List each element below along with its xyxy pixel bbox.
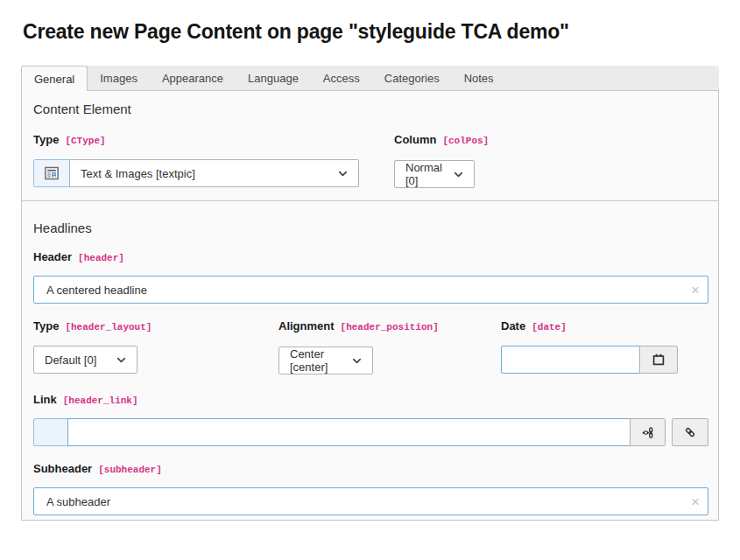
textpic-icon	[33, 159, 70, 187]
clear-input-button[interactable]: ×	[691, 487, 700, 515]
field-code: [header]	[78, 253, 124, 263]
chevron-down-icon	[336, 167, 349, 180]
field-code: [date]	[532, 322, 567, 332]
page-title: Create new Page Content on page "stylegu…	[23, 20, 569, 44]
field-label-subheader: Subheader[subheader]	[33, 462, 707, 477]
colpos-select[interactable]: Normal [0]	[394, 160, 475, 188]
header-position-select[interactable]: Center [center]	[278, 346, 373, 374]
field-code: [header_layout]	[65, 322, 152, 332]
section-heading: Content Element	[33, 102, 707, 117]
section-headlines: Headlines Header[header] × Type[header_l…	[21, 201, 719, 521]
header-link-input[interactable]	[67, 418, 631, 446]
selected-option: Text & Images [textpic]	[81, 167, 195, 180]
field-label-header: Header[header]	[33, 250, 707, 265]
tab-notes[interactable]: Notes	[452, 66, 506, 90]
field-code: [header_position]	[341, 322, 439, 332]
label-text: Type	[33, 133, 59, 146]
link-type-addon	[33, 418, 68, 446]
field-label-header-link: Link[header_link]	[33, 393, 707, 408]
record-edit-form: General Images Appearance Language Acces…	[21, 66, 719, 521]
link-browser-button[interactable]	[672, 418, 708, 446]
clear-input-button[interactable]: ×	[691, 276, 700, 304]
label-text: Subheader	[33, 462, 92, 475]
calendar-icon	[652, 353, 666, 367]
label-text: Alignment	[278, 319, 335, 332]
tab-general[interactable]: General	[21, 66, 88, 91]
field-code: [CType]	[65, 136, 105, 146]
label-text: Header	[33, 250, 72, 263]
tab-images[interactable]: Images	[88, 66, 150, 90]
field-label-ctype: Type[CType]	[33, 133, 394, 148]
field-code: [subheader]	[98, 465, 162, 475]
label-text: Type	[33, 319, 59, 332]
tab-language[interactable]: Language	[236, 66, 311, 90]
preview-link-icon	[640, 425, 655, 440]
section-content-element: Content Element Type[CType] Column[colPo…	[21, 90, 719, 201]
tab-categories[interactable]: Categories	[372, 66, 452, 90]
section-heading: Headlines	[33, 220, 707, 236]
chevron-down-icon	[115, 354, 128, 367]
subheader-input[interactable]	[33, 487, 708, 515]
label-text: Date	[501, 319, 525, 332]
link-browser-icon	[683, 425, 697, 439]
date-picker-button[interactable]	[639, 346, 678, 374]
selected-option: Center [center]	[290, 347, 342, 374]
header-layout-select[interactable]: Default [0]	[33, 346, 137, 374]
selected-option: Normal [0]	[405, 161, 443, 187]
date-input[interactable]	[501, 346, 640, 374]
header-input[interactable]	[33, 276, 708, 304]
label-text: Link	[33, 393, 57, 406]
field-label-header-position: Alignment[header_position]	[278, 319, 501, 334]
chevron-down-icon	[350, 354, 363, 368]
chevron-down-icon	[452, 168, 465, 181]
label-text: Column	[394, 133, 436, 146]
field-label-colpos: Column[colPos]	[394, 133, 707, 148]
selected-option: Default [0]	[45, 354, 96, 367]
field-label-header-layout: Type[header_layout]	[33, 319, 278, 334]
link-explanation-toggle-button[interactable]	[630, 418, 666, 446]
field-label-date: Date[date]	[501, 319, 707, 334]
tab-access[interactable]: Access	[311, 66, 372, 90]
field-code: [colPos]	[442, 136, 489, 146]
field-code: [header_link]	[63, 396, 138, 406]
tab-bar: General Images Appearance Language Acces…	[21, 66, 719, 90]
ctype-select[interactable]: Text & Images [textpic]	[69, 159, 359, 187]
tab-appearance[interactable]: Appearance	[150, 66, 236, 90]
